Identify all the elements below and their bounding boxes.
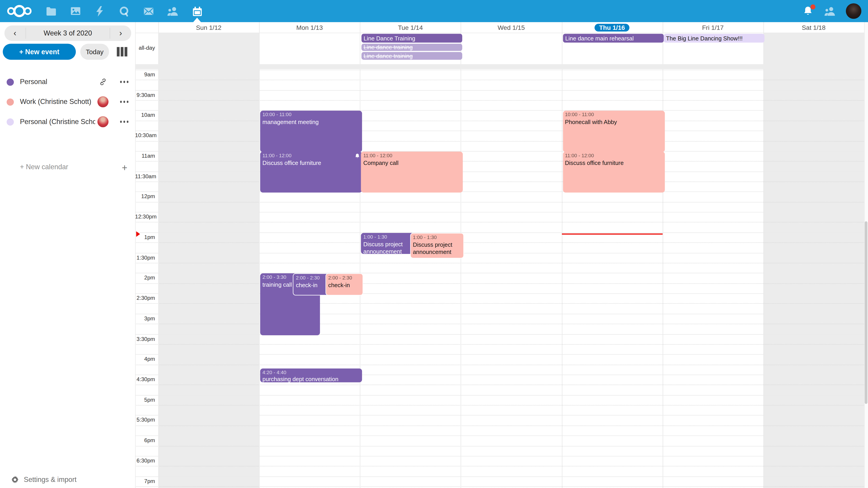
quarter-hour-dotted-line xyxy=(135,344,864,345)
calendar-name: Personal (Christine Scho… xyxy=(20,118,95,126)
column-separator xyxy=(158,22,159,488)
next-week-button[interactable]: › xyxy=(110,26,131,41)
slot-line xyxy=(135,395,864,395)
allday-event[interactable]: Line dance training xyxy=(362,43,462,51)
slot-line xyxy=(135,90,864,90)
allday-event[interactable]: Line dance training xyxy=(362,52,462,59)
event-phonecall-with-abby[interactable]: 10:00 - 11:00Phonecall with Abby xyxy=(563,111,665,152)
time-label: 7pm xyxy=(135,478,155,484)
quarter-hour-dotted-line xyxy=(135,141,864,141)
event-time: 4:20 - 4:40 xyxy=(262,369,360,376)
calendar-name: Personal xyxy=(20,78,47,86)
time-label: 4:30pm xyxy=(135,376,155,382)
calendar-actions-menu[interactable] xyxy=(120,92,128,111)
activity-icon[interactable] xyxy=(88,0,112,22)
event-check-in[interactable]: 2:00 - 2:30check-in xyxy=(293,273,331,295)
event-time: 11:00 - 12:00 xyxy=(363,153,461,159)
day-header-sat[interactable]: Sat 1/18 xyxy=(763,22,864,33)
allday-event[interactable]: Line dance main rehearsal xyxy=(563,34,664,42)
new-calendar-label[interactable]: + New calendar xyxy=(20,163,68,171)
quarter-hour-dotted-line xyxy=(135,263,864,263)
quarter-hour-dotted-line xyxy=(135,182,864,182)
slot-line xyxy=(135,232,864,233)
quarter-hour-dotted-line xyxy=(135,222,864,223)
current-time-arrow-icon xyxy=(136,231,140,236)
allday-event[interactable]: Line Dance Training xyxy=(362,34,462,42)
calendar-list-item[interactable]: Work (Christine Schott) xyxy=(0,92,135,111)
time-label: 9:30am xyxy=(135,92,155,98)
mail-icon[interactable] xyxy=(136,0,160,22)
event-discuss-office-furniture[interactable]: 11:00 - 12:00Discuss office furniture xyxy=(563,152,665,193)
files-icon[interactable] xyxy=(39,0,63,22)
settings-import-button[interactable]: Settings & import xyxy=(0,471,135,488)
event-purchasing-dept-conversation[interactable]: 4:20 - 4:40purchasing dept conversation xyxy=(260,368,362,382)
notifications-bell-icon[interactable] xyxy=(796,0,820,22)
calendar-actions-menu[interactable] xyxy=(120,112,128,131)
time-label: 12:30pm xyxy=(135,214,155,220)
quarter-hour-dotted-line xyxy=(135,466,864,466)
add-calendar-plus-icon[interactable]: + xyxy=(122,163,127,174)
week-navigation: ‹ Week 3 of 2020 › xyxy=(4,26,131,41)
nextcloud-logo-icon[interactable] xyxy=(6,0,32,22)
slot-line xyxy=(135,476,864,477)
time-label: 3:30pm xyxy=(135,335,155,341)
shared-by-avatar xyxy=(97,116,108,127)
time-label: 6pm xyxy=(135,437,155,443)
event-discuss-project-announcement[interactable]: 1:00 - 1:30Discuss project announcement xyxy=(361,233,414,254)
contacts-menu-icon[interactable] xyxy=(817,0,842,22)
event-title: Phonecall with Abby xyxy=(565,119,662,126)
settings-import-label: Settings & import xyxy=(24,476,76,484)
event-management-meeting[interactable]: 10:00 - 11:00management meeting xyxy=(260,111,362,152)
vertical-scrollbar-handle[interactable] xyxy=(865,221,867,404)
calendar-actions-menu[interactable] xyxy=(120,72,128,91)
column-separator xyxy=(763,22,764,488)
event-discuss-office-furniture[interactable]: 11:00 - 12:00Discuss office furniture xyxy=(260,152,362,193)
contacts-icon[interactable] xyxy=(160,0,185,22)
column-separator xyxy=(562,22,562,488)
event-time: 2:00 - 2:30 xyxy=(328,275,361,282)
day-header-thu[interactable]: Thu 1/16 xyxy=(562,22,662,33)
time-label: 5:30pm xyxy=(135,417,155,423)
time-label: 1:30pm xyxy=(135,254,155,260)
today-header-pill: Thu 1/16 xyxy=(595,24,629,31)
slot-line xyxy=(135,110,864,111)
event-title: Discuss office furniture xyxy=(565,159,662,166)
user-avatar[interactable] xyxy=(846,3,862,19)
event-title: purchasing dept conversation xyxy=(262,376,360,383)
allday-event[interactable]: The Big Line Dancing Show!!! xyxy=(664,34,765,42)
calendar-list-item[interactable]: Personal (Christine Scho… xyxy=(0,112,135,131)
calendar-list-item[interactable]: Personal xyxy=(0,72,135,91)
event-company-call[interactable]: 11:00 - 12:00Company call xyxy=(361,152,463,193)
new-event-button[interactable]: + New event xyxy=(3,43,76,60)
slot-line xyxy=(135,415,864,416)
reminder-bell-icon xyxy=(355,153,360,159)
photos-icon[interactable] xyxy=(63,0,88,22)
day-header-wed[interactable]: Wed 1/15 xyxy=(461,22,562,33)
quarter-hour-dotted-line xyxy=(135,324,864,324)
view-toggle-icon[interactable] xyxy=(117,47,128,57)
quarter-hour-dotted-line xyxy=(135,425,864,426)
day-header-tue[interactable]: Tue 1/14 xyxy=(360,22,461,33)
today-button[interactable]: Today xyxy=(80,43,109,60)
day-header-fri[interactable]: Fri 1/17 xyxy=(662,22,763,33)
time-label: 12pm xyxy=(135,193,155,199)
event-time: 10:00 - 11:00 xyxy=(262,112,360,119)
event-check-in[interactable]: 2:00 - 2:30check-in xyxy=(326,273,363,295)
quarter-hour-dotted-line xyxy=(135,364,864,365)
day-header-sun[interactable]: Sun 1/12 xyxy=(158,22,259,33)
event-time: 10:00 - 11:00 xyxy=(565,112,662,119)
time-label: 2:30pm xyxy=(135,295,155,301)
notification-badge xyxy=(810,4,815,9)
time-label: 3pm xyxy=(135,315,155,321)
new-calendar-row[interactable]: + New calendar + xyxy=(0,159,135,176)
quarter-hour-dotted-line xyxy=(135,446,864,446)
talk-icon[interactable] xyxy=(112,0,136,22)
event-title: management meeting xyxy=(262,119,360,126)
slot-line xyxy=(135,171,864,172)
week-label[interactable]: Week 3 of 2020 xyxy=(26,29,110,37)
shared-by-avatar xyxy=(97,96,108,107)
event-discuss-project-announcement[interactable]: 1:00 - 1:30Discuss project announcement xyxy=(410,233,464,258)
previous-week-button[interactable]: ‹ xyxy=(4,26,26,41)
share-link-icon[interactable] xyxy=(97,76,108,88)
day-header-mon[interactable]: Mon 1/13 xyxy=(259,22,360,33)
